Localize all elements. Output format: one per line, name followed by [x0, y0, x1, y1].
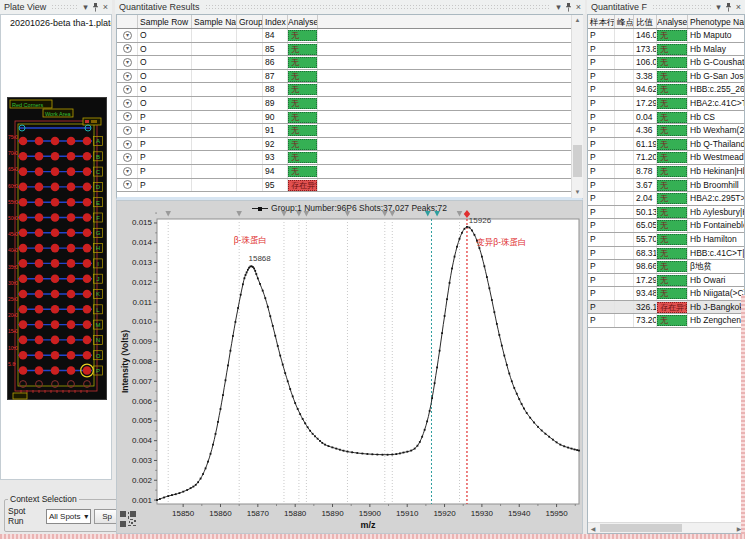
sample-name-cell: [192, 165, 237, 178]
close-icon[interactable]: ×: [103, 3, 108, 12]
column-header[interactable]: Analyse: [288, 15, 318, 28]
scroll-up-arrow[interactable]: ▲: [572, 15, 583, 26]
analyse-status-badge: 无: [657, 207, 687, 218]
results-table-scrollbar[interactable]: ▲ ▼: [571, 15, 583, 198]
scrollbar-thumb[interactable]: [600, 524, 682, 532]
table-row[interactable]: P173.8无Hb Malay: [588, 43, 744, 57]
menu-icon[interactable]: ▾: [83, 3, 88, 12]
table-row[interactable]: ▾P92无: [117, 138, 582, 152]
table-row[interactable]: P71.20无Hb Westmead: [588, 151, 744, 165]
analyse-status-badge: 无: [657, 112, 687, 123]
scrollbar-thumb[interactable]: [573, 145, 582, 177]
plate-image[interactable]: Red CornersWork AreaABCDEFGHIJKLMNOP75.0…: [7, 97, 107, 400]
table-row[interactable]: P98.66无β地贫: [588, 260, 744, 274]
table-row[interactable]: ▾O84无: [117, 29, 582, 43]
plate-file-item[interactable]: 20201026-beta tha-1.plate: [1, 15, 111, 28]
column-header[interactable]: Group: [237, 15, 263, 28]
table-row[interactable]: ▾P93无: [117, 151, 582, 165]
expander-icon[interactable]: ▾: [123, 167, 132, 176]
table-row[interactable]: ▾P94无: [117, 165, 582, 179]
analyse-cell: 无: [657, 179, 688, 192]
table-row[interactable]: P93.48无Hb Niigata(>C): [588, 287, 744, 301]
table-row[interactable]: P146.0无Hb Maputo: [588, 29, 744, 43]
expander-icon[interactable]: ▾: [123, 99, 132, 108]
table-row[interactable]: P73.20无Hb Zengcheng: [588, 314, 744, 328]
pin-icon[interactable]: [725, 3, 732, 12]
peak-cell: [615, 219, 634, 232]
phenotype-cell: Hb Aylesbury|H: [688, 206, 744, 219]
table-row[interactable]: ▾O88无: [117, 83, 582, 97]
sample-name-cell: [192, 29, 237, 42]
expander-icon[interactable]: ▾: [123, 31, 132, 40]
table-row[interactable]: P326.1存在异常Hb J-Bangkok: [588, 301, 744, 315]
table-row[interactable]: P2.04无HBA2:c.295T>G: [588, 192, 744, 206]
column-header[interactable]: [117, 15, 138, 28]
table-row[interactable]: P55.70无Hb Hamilton: [588, 233, 744, 247]
table-row[interactable]: P17.29无Hb Owari: [588, 274, 744, 288]
pin-icon[interactable]: [92, 3, 99, 12]
table-row[interactable]: P50.13无Hb Aylesbury|H: [588, 206, 744, 220]
column-header[interactable]: Sample Row: [138, 15, 192, 28]
expander-icon[interactable]: ▾: [123, 153, 132, 162]
svg-text:5.0: 5.0: [8, 361, 15, 367]
table-row[interactable]: P68.31无HBB:c.41C>T|H: [588, 247, 744, 261]
spot-run-select[interactable]: All Spots ▾: [46, 509, 91, 524]
column-header[interactable]: Index: [263, 15, 288, 28]
table-row[interactable]: P17.29无HBA2:c.41C>T|: [588, 97, 744, 111]
expander-icon[interactable]: ▾: [123, 44, 132, 53]
row-expander-cell: ▾: [117, 165, 138, 178]
table-row[interactable]: P3.38无Hb G-San José: [588, 70, 744, 84]
table-row[interactable]: P4.36无Hb Wexham(2-: [588, 124, 744, 138]
column-header[interactable]: 样本行: [588, 15, 615, 28]
close-icon[interactable]: ×: [576, 3, 581, 12]
close-icon[interactable]: ×: [736, 3, 741, 12]
expander-icon[interactable]: ▾: [123, 126, 132, 135]
index-cell: 91: [263, 124, 288, 137]
expander-icon[interactable]: ▾: [123, 58, 132, 67]
table-row[interactable]: P3.67无Hb Broomhill: [588, 179, 744, 193]
column-header[interactable]: Analyse: [657, 15, 688, 28]
menu-icon[interactable]: ▾: [716, 3, 721, 12]
table-row[interactable]: P0.04无Hb CS: [588, 111, 744, 125]
expander-icon[interactable]: ▾: [123, 180, 132, 189]
table-row[interactable]: ▾P95存在异常: [117, 179, 582, 193]
table-row[interactable]: P106.0无Hb G-Coushatt: [588, 56, 744, 70]
phenotype-table-hscrollbar[interactable]: ◀ ▶: [588, 522, 744, 533]
peak-cell: [615, 138, 634, 151]
pin-icon[interactable]: [565, 3, 572, 12]
sample-row-cell: P: [138, 111, 192, 124]
sample-name-cell: [192, 138, 237, 151]
expander-icon[interactable]: ▾: [123, 85, 132, 94]
menu-icon[interactable]: ▾: [556, 3, 561, 12]
column-header[interactable]: Sample Name: [192, 15, 237, 28]
ratio-cell: 173.8: [634, 43, 657, 56]
table-row[interactable]: P61.19无Hb Q-Thailand: [588, 138, 744, 152]
table-row[interactable]: ▾O89无: [117, 97, 582, 111]
table-row[interactable]: P94.62无HBB:c.255_264: [588, 83, 744, 97]
sample-row-cell: P: [588, 274, 615, 287]
column-header[interactable]: Phenotype Nam: [688, 15, 744, 28]
scroll-left-arrow[interactable]: ◀: [588, 525, 598, 532]
column-header[interactable]: 比值: [634, 15, 657, 28]
table-row[interactable]: ▾P90无: [117, 111, 582, 125]
expander-icon[interactable]: ▾: [123, 140, 132, 149]
sample-row-cell: O: [138, 83, 192, 96]
row-expander-cell: ▾: [117, 70, 138, 83]
svg-text:G: G: [96, 230, 101, 236]
expander-icon[interactable]: ▾: [123, 72, 132, 81]
table-row[interactable]: ▾O86无: [117, 56, 582, 70]
spectrum-chart-canvas[interactable]: 1585015860158701588015890159001591015920…: [119, 209, 583, 531]
svg-text:N: N: [96, 337, 100, 343]
table-row[interactable]: ▾P91无: [117, 124, 582, 138]
table-row[interactable]: P8.78无Hb Hekinan|Hb: [588, 165, 744, 179]
ratio-cell: 71.20: [634, 151, 657, 164]
row-expander-cell: ▾: [117, 29, 138, 42]
scroll-down-arrow[interactable]: ▼: [572, 187, 583, 198]
analyse-cell: 无: [288, 138, 318, 151]
table-row[interactable]: ▾O87无: [117, 70, 582, 84]
column-header[interactable]: 峰点: [615, 15, 634, 28]
ratio-cell: 50.13: [634, 206, 657, 219]
expander-icon[interactable]: ▾: [123, 112, 132, 121]
table-row[interactable]: P65.05无Hb Fontaineble: [588, 219, 744, 233]
table-row[interactable]: ▾O85无: [117, 43, 582, 57]
